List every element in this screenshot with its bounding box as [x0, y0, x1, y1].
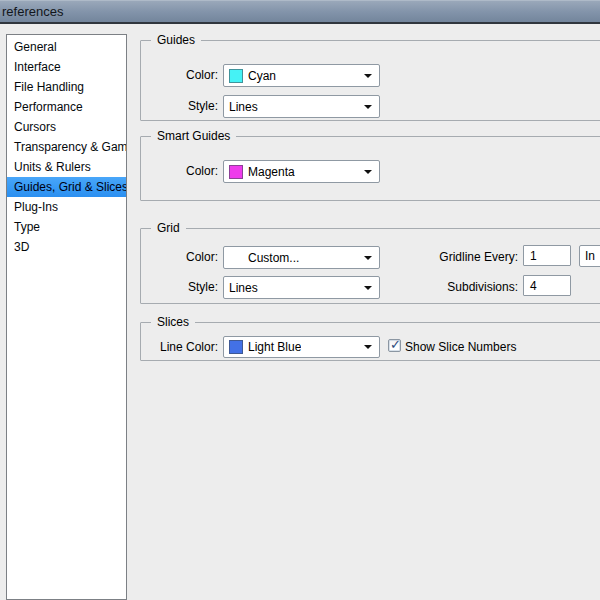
guides-color-value: Cyan: [248, 69, 276, 83]
sidebar-item-file-handling[interactable]: File Handling: [7, 77, 126, 97]
title-bar[interactable]: references: [0, 0, 600, 22]
subdivisions-label: Subdivisions:: [371, 276, 518, 298]
subdivisions-value: 4: [530, 279, 537, 293]
guides-style-label: Style:: [141, 95, 218, 118]
sidebar-item-3d[interactable]: 3D: [7, 237, 126, 257]
sidebar-item-plug-ins[interactable]: Plug-Ins: [7, 197, 126, 217]
chevron-down-icon: [364, 74, 372, 78]
gridline-every-label: Gridline Every:: [371, 246, 518, 268]
guides-style-value: Lines: [229, 100, 258, 114]
guides-color-dropdown[interactable]: Cyan: [223, 64, 380, 87]
chevron-down-icon: [364, 170, 372, 174]
guides-color-label: Color:: [141, 64, 218, 87]
guides-style-dropdown[interactable]: Lines: [223, 95, 380, 118]
window-title: references: [2, 4, 63, 19]
sidebar-item-type[interactable]: Type: [7, 217, 126, 237]
slices-group: Slices Line Color: Light Blue Show Slice…: [140, 322, 600, 361]
preferences-window: references GeneralInterfaceFile Handling…: [0, 0, 600, 600]
gridline-unit-dropdown[interactable]: In: [579, 245, 600, 267]
guides-group-title: Guides: [151, 33, 201, 48]
slice-line-color-swatch: [229, 340, 243, 354]
gridline-every-value: 1: [530, 249, 537, 263]
grid-color-dropdown[interactable]: Custom...: [223, 246, 380, 269]
gridline-unit-value: In: [585, 249, 595, 263]
sidebar-item-performance[interactable]: Performance: [7, 97, 126, 117]
grid-style-value: Lines: [229, 281, 258, 295]
grid-group-title: Grid: [151, 221, 186, 236]
smart-guides-group: Smart Guides Color: Magenta: [140, 136, 600, 201]
grid-style-label: Style:: [141, 276, 218, 299]
show-slice-numbers-checkbox[interactable]: [388, 339, 401, 352]
guides-group: Guides Color: Cyan Style: Lines: [140, 40, 600, 121]
gridline-every-input[interactable]: 1: [523, 245, 571, 266]
smart-guides-color-swatch: [229, 165, 243, 179]
slices-group-title: Slices: [151, 315, 195, 330]
smart-guides-color-dropdown[interactable]: Magenta: [223, 160, 380, 183]
sidebar-item-cursors[interactable]: Cursors: [7, 117, 126, 137]
guides-color-swatch: [229, 69, 243, 83]
slice-line-color-dropdown[interactable]: Light Blue: [223, 336, 380, 358]
smart-guides-group-title: Smart Guides: [151, 129, 236, 144]
smart-guides-color-label: Color:: [141, 160, 218, 183]
preferences-dialog: GeneralInterfaceFile HandlingPerformance…: [0, 24, 600, 600]
sidebar-item-units-rulers[interactable]: Units & Rulers: [7, 157, 126, 177]
chevron-down-icon: [364, 105, 372, 109]
sidebar-item-guides-grid-slices[interactable]: Guides, Grid & Slices: [7, 177, 126, 197]
grid-style-dropdown[interactable]: Lines: [223, 276, 380, 299]
slice-line-color-value: Light Blue: [248, 340, 301, 354]
grid-group: Grid Color: Custom... Gridline Every: 1 …: [140, 228, 600, 304]
sidebar-item-general[interactable]: General: [7, 37, 126, 57]
sidebar-item-interface[interactable]: Interface: [7, 57, 126, 77]
smart-guides-color-value: Magenta: [248, 165, 295, 179]
preferences-list[interactable]: GeneralInterfaceFile HandlingPerformance…: [6, 34, 127, 600]
sidebar-item-transparency-gamut[interactable]: Transparency & Gamut: [7, 137, 126, 157]
show-slice-numbers-label: Show Slice Numbers: [405, 336, 516, 358]
grid-color-value: Custom...: [248, 251, 299, 265]
grid-color-label: Color:: [141, 246, 218, 269]
chevron-down-icon: [364, 345, 372, 349]
slice-line-color-label: Line Color:: [141, 336, 218, 358]
subdivisions-input[interactable]: 4: [523, 275, 571, 296]
